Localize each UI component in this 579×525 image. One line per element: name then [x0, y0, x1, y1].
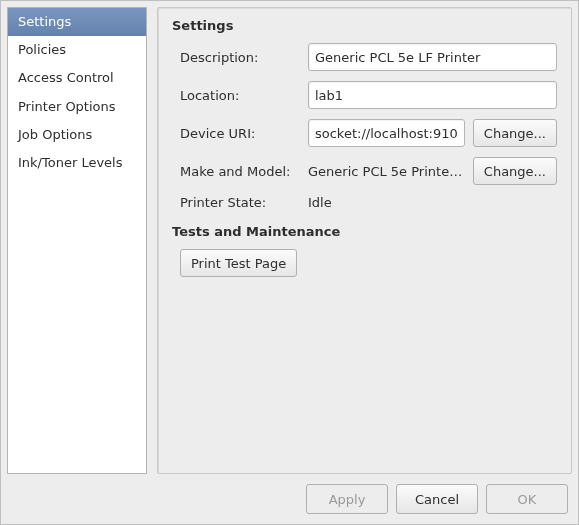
- dialog-button-row: Apply Cancel OK: [7, 474, 572, 518]
- content-row: Settings Policies Access Control Printer…: [7, 7, 572, 474]
- description-input[interactable]: [308, 43, 557, 71]
- make-model-label: Make and Model:: [180, 164, 300, 179]
- make-model-value: Generic PCL 5e Printer -...: [308, 164, 465, 179]
- sidebar: Settings Policies Access Control Printer…: [7, 7, 147, 474]
- sidebar-item-policies[interactable]: Policies: [8, 36, 146, 64]
- change-make-model-button[interactable]: Change...: [473, 157, 557, 185]
- sidebar-item-job-options[interactable]: Job Options: [8, 121, 146, 149]
- sidebar-item-printer-options[interactable]: Printer Options: [8, 93, 146, 121]
- ok-button[interactable]: OK: [486, 484, 568, 514]
- sidebar-item-label: Settings: [18, 14, 71, 29]
- tests-section: Tests and Maintenance Print Test Page: [172, 224, 557, 277]
- apply-button[interactable]: Apply: [306, 484, 388, 514]
- sidebar-item-label: Printer Options: [18, 99, 116, 114]
- sidebar-item-access-control[interactable]: Access Control: [8, 64, 146, 92]
- location-label: Location:: [180, 88, 300, 103]
- sidebar-item-label: Access Control: [18, 70, 114, 85]
- device-uri-label: Device URI:: [180, 126, 300, 141]
- print-test-page-button[interactable]: Print Test Page: [180, 249, 297, 277]
- sidebar-item-ink-toner-levels[interactable]: Ink/Toner Levels: [8, 149, 146, 177]
- device-uri-input[interactable]: [308, 119, 465, 147]
- location-input[interactable]: [308, 81, 557, 109]
- settings-form: Description: Location: Device URI: Chang…: [180, 43, 557, 210]
- printer-state-value: Idle: [308, 195, 465, 210]
- description-label: Description:: [180, 50, 300, 65]
- change-device-uri-button[interactable]: Change...: [473, 119, 557, 147]
- printer-state-label: Printer State:: [180, 195, 300, 210]
- sidebar-item-label: Job Options: [18, 127, 92, 142]
- sidebar-item-settings[interactable]: Settings: [8, 8, 146, 36]
- main-panel: Settings Description: Location: Device U…: [157, 7, 572, 474]
- sidebar-item-label: Ink/Toner Levels: [18, 155, 122, 170]
- cancel-button[interactable]: Cancel: [396, 484, 478, 514]
- tests-section-title: Tests and Maintenance: [172, 224, 557, 239]
- settings-section-title: Settings: [172, 18, 557, 33]
- printer-properties-dialog: Settings Policies Access Control Printer…: [0, 0, 579, 525]
- sidebar-item-label: Policies: [18, 42, 66, 57]
